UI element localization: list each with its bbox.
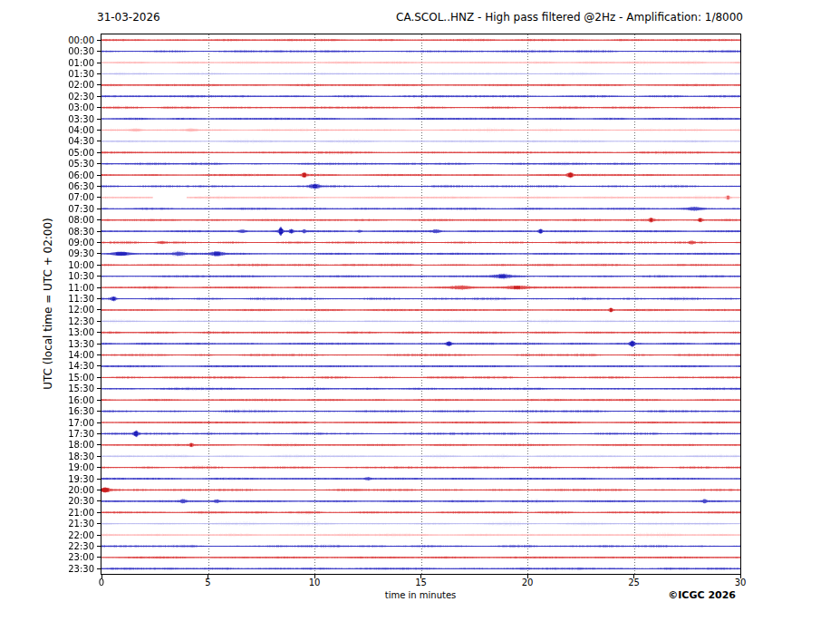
y-tick-mark bbox=[97, 400, 101, 401]
y-tick-label: 03:30 bbox=[0, 114, 94, 124]
y-tick-mark bbox=[97, 253, 101, 254]
y-tick-label: 09:00 bbox=[0, 238, 94, 248]
x-tick-label: 0 bbox=[88, 578, 115, 587]
y-tick-mark bbox=[97, 141, 101, 141]
y-tick-mark bbox=[97, 512, 101, 513]
y-tick-label: 16:30 bbox=[0, 406, 94, 416]
y-tick-mark bbox=[97, 321, 101, 322]
y-tick-mark bbox=[97, 175, 101, 176]
y-tick-label: 14:00 bbox=[0, 350, 94, 360]
y-tick-label: 08:00 bbox=[0, 215, 94, 225]
y-tick-label: 18:30 bbox=[0, 451, 94, 461]
x-tick-label: 15 bbox=[408, 578, 435, 587]
y-tick-mark bbox=[97, 276, 101, 277]
y-tick-label: 05:30 bbox=[0, 159, 94, 169]
y-tick-label: 00:30 bbox=[0, 46, 94, 56]
station-title: CA.SCOL..HNZ - High pass filtered @2Hz -… bbox=[396, 11, 743, 24]
y-tick-label: 06:00 bbox=[0, 170, 94, 180]
y-tick-mark bbox=[97, 344, 101, 345]
y-tick-mark bbox=[97, 456, 101, 457]
y-tick-label: 20:00 bbox=[0, 485, 94, 495]
y-tick-mark bbox=[97, 40, 101, 41]
y-tick-label: 04:30 bbox=[0, 136, 94, 146]
y-tick-label: 10:30 bbox=[0, 271, 94, 281]
y-tick-mark bbox=[97, 209, 101, 209]
y-tick-label: 19:30 bbox=[0, 474, 94, 484]
y-tick-mark bbox=[97, 298, 101, 299]
y-tick-label: 02:00 bbox=[0, 80, 94, 90]
y-tick-label: 15:00 bbox=[0, 373, 94, 383]
y-tick-label: 00:00 bbox=[0, 35, 94, 45]
y-tick-mark bbox=[97, 500, 101, 501]
copyright-text: ©ICGC 2026 bbox=[668, 589, 736, 601]
x-tick-label: 20 bbox=[514, 578, 541, 587]
y-tick-label: 11:00 bbox=[0, 283, 94, 293]
y-tick-mark bbox=[97, 411, 101, 412]
x-tick-label: 30 bbox=[727, 578, 754, 587]
helicorder-page: 31-03-2026 CA.SCOL..HNZ - High pass filt… bbox=[0, 0, 840, 631]
y-tick-mark bbox=[97, 163, 101, 164]
y-tick-label: 07:00 bbox=[0, 192, 94, 202]
y-tick-mark bbox=[97, 107, 101, 108]
y-tick-mark bbox=[97, 523, 101, 524]
y-tick-label: 01:30 bbox=[0, 69, 94, 79]
y-tick-label: 04:00 bbox=[0, 125, 94, 135]
date-title: 31-03-2026 bbox=[97, 11, 160, 24]
y-tick-mark bbox=[97, 96, 101, 97]
y-tick-mark bbox=[97, 309, 101, 310]
y-tick-mark bbox=[97, 365, 101, 366]
y-tick-mark bbox=[97, 433, 101, 434]
y-tick-mark bbox=[97, 354, 101, 355]
y-tick-label: 10:00 bbox=[0, 260, 94, 270]
y-tick-mark bbox=[97, 219, 101, 220]
y-tick-label: 16:00 bbox=[0, 395, 94, 405]
y-tick-label: 11:30 bbox=[0, 294, 94, 304]
y-tick-label: 12:30 bbox=[0, 316, 94, 326]
y-tick-label: 21:00 bbox=[0, 508, 94, 518]
y-tick-label: 07:30 bbox=[0, 204, 94, 214]
y-tick-label: 15:30 bbox=[0, 383, 94, 393]
y-tick-mark bbox=[97, 119, 101, 120]
y-tick-mark bbox=[97, 63, 101, 63]
y-tick-label: 23:00 bbox=[0, 552, 94, 562]
seismogram-traces-canvas bbox=[101, 34, 740, 574]
y-tick-label: 17:00 bbox=[0, 418, 94, 428]
y-tick-label: 12:00 bbox=[0, 305, 94, 315]
y-tick-label: 08:30 bbox=[0, 227, 94, 237]
y-tick-mark bbox=[97, 444, 101, 445]
y-tick-mark bbox=[97, 242, 101, 243]
y-tick-mark bbox=[97, 73, 101, 74]
y-tick-label: 20:30 bbox=[0, 496, 94, 506]
y-tick-mark bbox=[97, 490, 101, 490]
y-tick-label: 19:00 bbox=[0, 462, 94, 472]
y-tick-label: 23:30 bbox=[0, 564, 94, 574]
y-tick-label: 14:30 bbox=[0, 361, 94, 371]
y-tick-label: 21:30 bbox=[0, 519, 94, 529]
x-tick-label: 25 bbox=[621, 578, 648, 587]
y-tick-mark bbox=[97, 546, 101, 547]
y-tick-mark bbox=[97, 186, 101, 187]
y-tick-mark bbox=[97, 152, 101, 153]
y-tick-label: 22:30 bbox=[0, 541, 94, 551]
y-tick-label: 22:00 bbox=[0, 530, 94, 540]
y-tick-mark bbox=[97, 231, 101, 232]
y-tick-mark bbox=[97, 197, 101, 198]
y-tick-label: 13:00 bbox=[0, 327, 94, 337]
y-tick-mark bbox=[97, 557, 101, 558]
x-axis-label: time in minutes bbox=[330, 590, 511, 600]
y-tick-mark bbox=[97, 467, 101, 468]
y-tick-label: 06:30 bbox=[0, 181, 94, 191]
y-tick-label: 05:00 bbox=[0, 148, 94, 158]
x-tick-label: 5 bbox=[195, 578, 222, 587]
y-tick-mark bbox=[97, 130, 101, 131]
y-tick-mark bbox=[97, 535, 101, 536]
y-tick-label: 13:30 bbox=[0, 339, 94, 349]
x-tick-label: 10 bbox=[301, 578, 328, 587]
y-tick-mark bbox=[97, 568, 101, 569]
y-tick-mark bbox=[97, 51, 101, 52]
y-tick-mark bbox=[97, 388, 101, 389]
y-tick-mark bbox=[97, 84, 101, 85]
y-tick-mark bbox=[97, 287, 101, 288]
y-tick-label: 09:30 bbox=[0, 248, 94, 258]
y-tick-label: 01:00 bbox=[0, 58, 94, 68]
